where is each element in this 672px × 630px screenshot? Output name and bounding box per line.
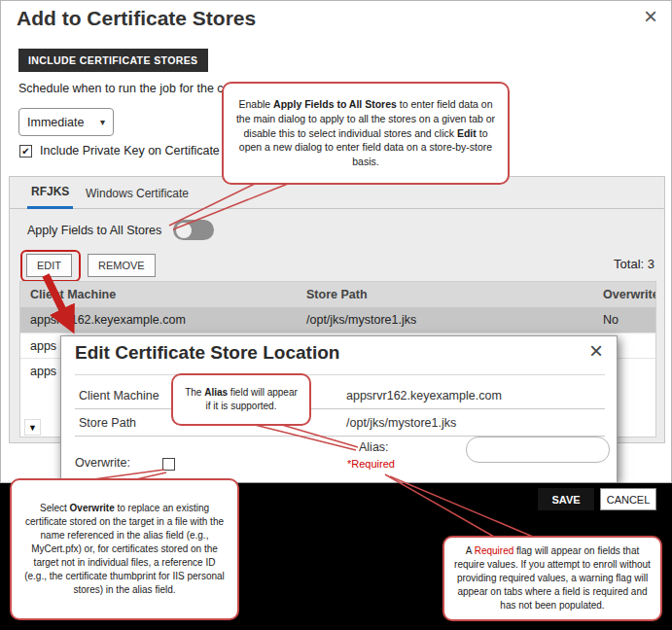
schedule-select-value: Immediate [27,116,84,129]
cancel-button[interactable]: CANCEL [600,488,656,510]
table-actions-row: EDIT REMOVE Total: 3 [25,253,654,280]
edit-button[interactable]: EDIT [26,254,72,277]
save-button[interactable]: SAVE [538,488,594,510]
close-icon[interactable]: × [644,3,657,31]
callout-required: A Required flag will appear on fields th… [442,536,662,621]
client-machine-row: Client Machine appsrvr162.keyexample.com [75,382,605,409]
callout-required-text: A Required flag will appear on fields th… [454,544,651,612]
required-flag: *Required [347,458,395,470]
screenshot-root: Add to Certificate Stores × INCLUDE CERT… [0,0,672,630]
alias-label: Alias: [359,440,389,454]
callout-apply-fields: Enable Apply Fields to All Stores to ent… [222,82,510,185]
cell-overwrite: No [593,313,655,327]
scroll-down-icon[interactable]: ▼ [24,419,41,436]
tab-windows-certificate[interactable]: Windows Certificate [82,177,193,209]
schedule-select[interactable]: Immediate ▾ [18,108,114,136]
callout-apply-fields-text: Enable Apply Fields to All Stores to ent… [233,97,498,168]
overwrite-label: Overwrite: [75,456,130,470]
apply-fields-row: Apply Fields to All Stores [27,220,214,240]
toggle-knob-icon [176,223,192,238]
tab-rfjks[interactable]: RFJKS [27,177,73,209]
column-header-overwrite: Overwrite [593,288,655,301]
apply-fields-label: Apply Fields to All Stores [27,224,161,237]
check-icon: ✔ [21,146,29,157]
total-count: Total: 3 [614,257,654,271]
callout-overwrite-text: Select Overwrite to replace an existing … [21,502,228,597]
overwrite-checkbox[interactable] [162,458,175,471]
private-key-checkbox[interactable]: ✔ [19,145,32,158]
modal-title: Edit Certificate Store Location [75,342,339,364]
client-machine-label: Client Machine [75,389,159,402]
modal-close-icon[interactable]: × [589,337,603,366]
client-machine-value: appsrvr162.keyexample.com [346,389,502,402]
table-row[interactable]: appsrvr162.keyexample.com /opt/jks/mysto… [20,307,655,332]
cell-client-machine: appsrvr162.keyexample.com [20,313,297,327]
column-header-client-machine: Client Machine [20,288,297,301]
table-header-row: Client Machine Store Path Overwrite [20,282,655,307]
apply-fields-toggle[interactable] [173,220,214,240]
store-path-label: Store Path [75,416,136,430]
remove-button[interactable]: REMOVE [88,254,156,277]
chevron-down-icon: ▾ [100,117,105,127]
cell-store-path: /opt/jks/mystore1.jks [297,313,593,327]
store-path-row: Store Path /opt/jks/mystore1.jks [75,409,605,437]
column-header-store-path: Store Path [297,288,593,301]
callout-alias: The Alias field will appear if it is sup… [171,373,311,426]
edit-certificate-store-location-dialog: Edit Certificate Store Location × Client… [60,335,618,483]
dialog-title: Add to Certificate Stores [17,7,256,30]
private-key-label: Include Private Key on Certificate Store [40,144,252,158]
include-certificate-stores-button[interactable]: INCLUDE CERTIFICATE STORES [18,49,208,72]
callout-overwrite: Select Overwrite to replace an existing … [10,478,239,620]
private-key-row: ✔ Include Private Key on Certificate Sto… [19,144,252,158]
callout-alias-text: The Alias field will appear if it is sup… [183,386,300,413]
store-path-value: /opt/jks/mystore1.jks [346,416,456,430]
alias-input[interactable] [466,437,610,463]
divider [75,374,605,375]
